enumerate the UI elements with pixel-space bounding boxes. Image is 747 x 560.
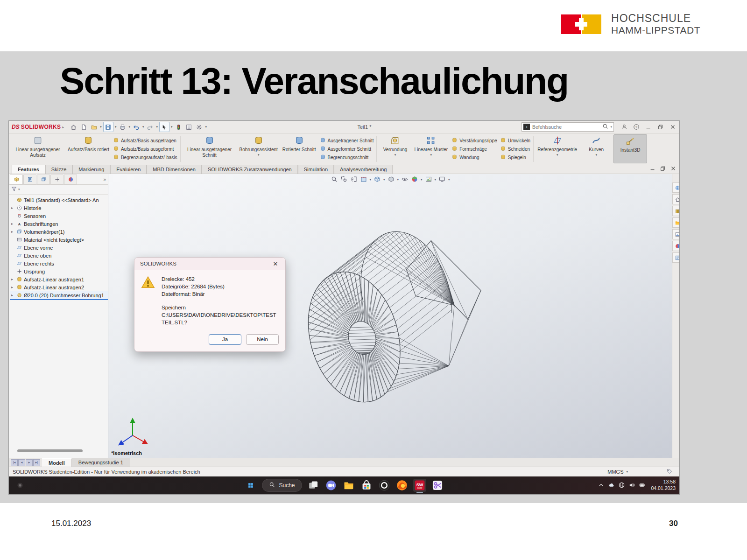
display-manager-tab[interactable]: [64, 175, 77, 184]
tree-item[interactable]: Ursprung: [10, 267, 108, 275]
tab-mbd-dimensionen[interactable]: MBD Dimensionen: [147, 165, 202, 174]
filter-funnel-icon[interactable]: [11, 186, 17, 193]
doc-close-icon[interactable]: [670, 165, 677, 173]
home-icon[interactable]: [69, 122, 78, 132]
custom-properties-icon[interactable]: [672, 252, 679, 263]
hide-show-icon[interactable]: [401, 175, 409, 184]
new-file-icon[interactable]: [79, 122, 88, 132]
settings-icon[interactable]: [194, 122, 204, 132]
model-tab-modell[interactable]: Modell: [42, 458, 72, 467]
dropdown-caret-icon[interactable]: ▾: [205, 125, 207, 129]
ribbon-button-boss-extrude[interactable]: Linear ausgetragener Aufsatz: [11, 134, 65, 163]
tree-item[interactable]: ▸Aufsatz-Linear austragen1: [10, 275, 108, 283]
dropdown-caret-icon[interactable]: ▾: [156, 125, 158, 129]
status-tag-icon[interactable]: [666, 468, 673, 476]
zoom-fit-icon[interactable]: [330, 175, 338, 184]
tab-solidworks-zusatzanwendungen[interactable]: SOLIDWORKS Zusatzanwendungen: [202, 165, 298, 174]
design-library-icon[interactable]: [672, 206, 679, 216]
battery-icon[interactable]: [639, 482, 646, 490]
obs-icon[interactable]: [378, 479, 391, 492]
doc-minimize-icon[interactable]: [649, 165, 656, 173]
firefox-icon[interactable]: [395, 479, 409, 492]
model-tab-bewegungsstudie-1[interactable]: Bewegungsstudie 1: [72, 458, 130, 467]
section-view-icon[interactable]: [359, 175, 367, 184]
tree-item[interactable]: ▸ABeschriftungen: [10, 220, 108, 228]
start-button[interactable]: [244, 479, 257, 492]
ribbon-button-instant3d[interactable]: Instant3D: [613, 134, 647, 163]
tree-horizontal-scrollbar[interactable]: [17, 449, 83, 452]
file-explorer-icon[interactable]: [342, 479, 355, 492]
tree-root-item[interactable]: Teil1 (Standard) <<Standard> An: [10, 196, 108, 204]
ribbon-button-shell[interactable]: Wandung: [451, 154, 497, 161]
dropdown-caret-icon[interactable]: ▾: [595, 153, 597, 156]
redo-icon[interactable]: [145, 122, 155, 132]
tree-expand-icon[interactable]: ▸: [10, 293, 14, 297]
no-button[interactable]: Nein: [246, 334, 279, 345]
ribbon-button-revolve[interactable]: Aufsatz/Basis rotiert: [66, 134, 111, 163]
tree-expand-icon[interactable]: ▸: [10, 285, 14, 289]
tab-simulation[interactable]: Simulation: [298, 165, 334, 174]
panel-expand-icon[interactable]: »: [103, 177, 106, 182]
tree-expand-icon[interactable]: ▸: [10, 277, 14, 281]
yes-button[interactable]: Ja: [209, 334, 241, 345]
doc-restore-icon[interactable]: [660, 165, 666, 173]
solidworks-icon[interactable]: SW2022: [413, 479, 426, 492]
ribbon-button-loft[interactable]: Aufsatz/Basis ausgeformt: [113, 145, 177, 153]
dropdown-caret-icon[interactable]: ▾: [115, 125, 117, 129]
tree-expand-icon[interactable]: ▸: [10, 230, 14, 234]
clipchamp-icon[interactable]: [431, 479, 444, 492]
dropdown-caret-icon[interactable]: ▾: [383, 178, 385, 182]
dropdown-caret-icon[interactable]: ▾: [421, 178, 423, 182]
resources-icon[interactable]: [672, 182, 679, 193]
view-settings-icon[interactable]: [438, 175, 446, 184]
undo-icon[interactable]: [132, 122, 141, 132]
select-icon[interactable]: [159, 122, 169, 132]
tree-expand-icon[interactable]: ▸: [10, 222, 14, 226]
dropdown-caret-icon[interactable]: ▾: [171, 125, 173, 129]
configuration-manager-tab[interactable]: [37, 175, 50, 184]
close-button[interactable]: [669, 123, 677, 131]
tree-filter-row[interactable]: ▾: [9, 185, 108, 195]
tree-expand-icon[interactable]: ▸: [10, 206, 14, 210]
dropdown-caret-icon[interactable]: ▾: [100, 125, 102, 129]
taskbar-search[interactable]: Suche: [262, 479, 302, 492]
edit-appearance-icon[interactable]: [411, 175, 418, 184]
ribbon-button-fillet[interactable]: Verrundung▾: [379, 134, 411, 163]
zoom-area-icon[interactable]: [340, 175, 347, 184]
dropdown-caret-icon[interactable]: ▾: [448, 178, 450, 182]
home-icon[interactable]: [672, 194, 679, 204]
property-manager-tab[interactable]: [23, 175, 36, 184]
ribbon-button-intersect[interactable]: Schneiden: [500, 145, 530, 153]
widgets-icon[interactable]: [14, 479, 27, 492]
tree-item[interactable]: Ebene vorne: [10, 244, 108, 252]
units-selector[interactable]: MMGS▾: [607, 469, 628, 475]
tree-item[interactable]: Ebene rechts: [10, 259, 108, 267]
tab-markierung[interactable]: Markierung: [72, 165, 110, 174]
display-style-icon[interactable]: [387, 175, 395, 184]
task-view-icon[interactable]: [307, 479, 320, 492]
view-palette-icon[interactable]: [672, 229, 679, 239]
ribbon-button-boundary[interactable]: Begrenzungsaufsatz/-basis: [113, 154, 177, 161]
ribbon-button-hole-wizard[interactable]: Bohrungsassistent▾: [238, 134, 280, 163]
ribbon-button-wrap[interactable]: Umwickeln: [500, 137, 530, 145]
next-tab-button[interactable]: ▸: [26, 459, 33, 466]
dropdown-caret-icon[interactable]: ▾: [435, 178, 437, 182]
chevron-up-icon[interactable]: [598, 482, 605, 490]
dropdown-caret-icon[interactable]: ▾: [369, 178, 371, 182]
tree-item[interactable]: ▸Historie: [10, 204, 108, 212]
dropdown-caret-icon[interactable]: ▾: [128, 125, 130, 129]
dropdown-caret-icon[interactable]: ▾: [430, 153, 432, 156]
tree-item[interactable]: Ebene oben: [10, 252, 108, 259]
last-tab-button[interactable]: ▸|: [33, 459, 40, 466]
search-magnifier-icon[interactable]: [602, 123, 609, 131]
tree-item[interactable]: ▸Aufsatz-Linear austragen2: [10, 283, 108, 291]
dimxpert-manager-tab[interactable]: [50, 175, 63, 184]
network-icon[interactable]: [618, 482, 625, 490]
features-manager-tab[interactable]: [10, 175, 23, 184]
volume-icon[interactable]: [628, 482, 635, 490]
view-orientation-icon[interactable]: [374, 175, 381, 184]
ribbon-button-reference-geometry[interactable]: Referenzgeometrie▾: [536, 134, 579, 163]
dropdown-caret-icon[interactable]: ▾: [395, 153, 396, 156]
command-search-input[interactable]: [531, 124, 601, 130]
tree-item[interactable]: Sensoren: [10, 212, 108, 220]
